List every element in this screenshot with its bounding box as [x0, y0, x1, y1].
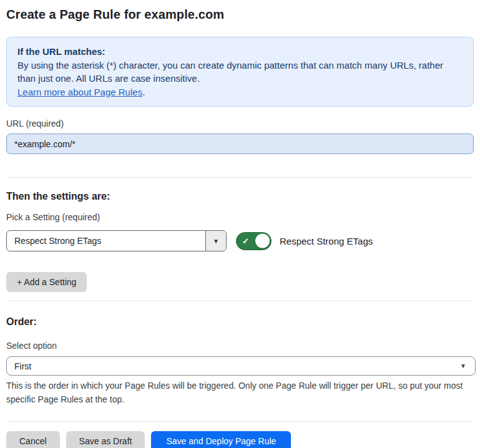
url-input[interactable] [6, 134, 474, 154]
cancel-button[interactable]: Cancel [6, 431, 60, 448]
url-field-label: URL (required) [6, 119, 474, 129]
setting-toggle-group: ✓ Respect Strong ETags [236, 232, 373, 250]
dropdown-arrow-icon: ▼ [213, 238, 219, 245]
order-select-label: Select option [6, 341, 474, 351]
chevron-down-icon: ▼ [460, 363, 466, 369]
order-help-text: This is the order in which your Page Rul… [6, 379, 474, 406]
page-title: Create a Page Rule for example.com [6, 6, 474, 22]
info-box-body: By using the asterisk (*) character, you… [17, 59, 463, 85]
order-select[interactable]: First ▼ [6, 356, 476, 376]
save-as-draft-button[interactable]: Save as Draft [66, 431, 145, 448]
pick-setting-label: Pick a Setting (required) [6, 213, 474, 222]
footer-actions: Cancel Save as Draft Save and Deploy Pag… [6, 431, 474, 448]
url-match-info-box: If the URL matches: By using the asteris… [6, 37, 474, 107]
setting-select[interactable]: Respect Strong ETags ▼ [6, 230, 227, 251]
learn-more-link[interactable]: Learn more about Page Rules [17, 87, 142, 97]
info-box-heading: If the URL matches: [17, 45, 463, 59]
setting-toggle-label: Respect Strong ETags [280, 236, 373, 246]
save-and-deploy-button[interactable]: Save and Deploy Page Rule [151, 431, 291, 448]
check-icon: ✓ [242, 237, 249, 245]
divider [6, 421, 474, 422]
toggle-knob [255, 234, 270, 248]
divider [6, 177, 474, 178]
setting-row: Respect Strong ETags ▼ ✓ Respect Strong … [6, 230, 474, 251]
settings-section-heading: Then the settings are: [6, 191, 474, 202]
add-setting-button[interactable]: + Add a Setting [6, 272, 87, 292]
info-box-link-line: Learn more about Page Rules. [17, 85, 463, 99]
page-rule-form: Create a Page Rule for example.com If th… [0, 0, 480, 448]
setting-select-value: Respect Strong ETags [7, 231, 205, 251]
setting-select-arrow-button[interactable]: ▼ [205, 231, 226, 251]
link-suffix: . [142, 87, 145, 97]
setting-toggle[interactable]: ✓ [236, 232, 272, 250]
divider [6, 301, 474, 301]
order-select-value: First [14, 361, 31, 371]
order-section-heading: Order: [6, 316, 474, 327]
